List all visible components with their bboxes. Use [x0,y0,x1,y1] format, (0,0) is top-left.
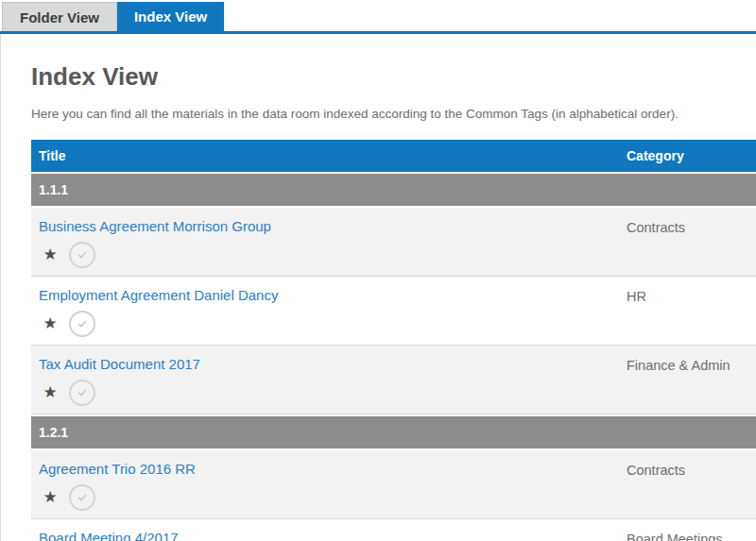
column-header-category: Category [627,148,756,163]
row-icons: ★ [39,311,627,337]
row-icons: ★ [39,484,627,511]
title-cell: Agreement Trio 2016 RR ★ [31,450,627,518]
index-table: Title Category 1.1.1 Business Agreement … [31,140,756,541]
table-row: Employment Agreement Daniel Dancy ★ HR [31,277,756,346]
index-view-page: Index View Here you can find all the mat… [0,34,756,541]
table-row: Business Agreement Morrison Group ★ Cont… [31,208,756,277]
title-cell: Business Agreement Morrison Group ★ [31,208,627,276]
page-title: Index View [1,34,756,92]
tab-folder-view[interactable]: Folder View [2,2,117,31]
category-cell: Contracts [627,450,756,518]
table-row: Tax Audit Document 2017 ★ Finance & Admi… [31,346,756,414]
table-row: Board Meeting 4/2017 ★ Board Meetings [31,519,756,541]
document-link[interactable]: Board Meeting 4/2017 [39,530,179,541]
star-icon[interactable]: ★ [42,244,59,266]
page-description: Here you can find all the materials in t… [1,92,756,121]
tab-index-view[interactable]: Index View [117,2,224,31]
star-icon[interactable]: ★ [42,381,59,404]
title-cell: Employment Agreement Daniel Dancy ★ [31,277,627,345]
title-cell: Board Meeting 4/2017 ★ [31,519,627,541]
view-tabbar: Folder View Index View [0,0,756,31]
column-header-title: Title [31,148,627,163]
row-icons: ★ [39,380,627,406]
table-header-row: Title Category [31,140,756,172]
check-circle-icon[interactable] [69,311,95,337]
title-cell: Tax Audit Document 2017 ★ [31,346,627,414]
tab-index-view-label: Index View [134,8,207,25]
category-cell: Finance & Admin [627,346,756,414]
star-icon[interactable]: ★ [42,486,59,509]
category-cell: Contracts [627,208,756,276]
app-window: Folder View Index View Index View Here y… [0,0,756,541]
check-circle-icon[interactable] [69,380,95,406]
star-icon[interactable]: ★ [42,313,59,335]
section-header: 1.1.1 [31,174,756,206]
document-link[interactable]: Agreement Trio 2016 RR [39,461,196,477]
category-cell: HR [627,277,756,345]
tab-folder-view-label: Folder View [20,9,99,25]
table-row: Agreement Trio 2016 RR ★ Contracts [31,450,756,519]
check-circle-icon[interactable] [69,484,95,511]
document-link[interactable]: Tax Audit Document 2017 [39,356,200,372]
row-icons: ★ [39,242,627,268]
check-circle-icon[interactable] [69,242,95,268]
section-header: 1.2.1 [31,416,756,448]
document-link[interactable]: Business Agreement Morrison Group [39,218,271,234]
document-link[interactable]: Employment Agreement Daniel Dancy [39,287,278,303]
category-cell: Board Meetings [627,519,756,541]
